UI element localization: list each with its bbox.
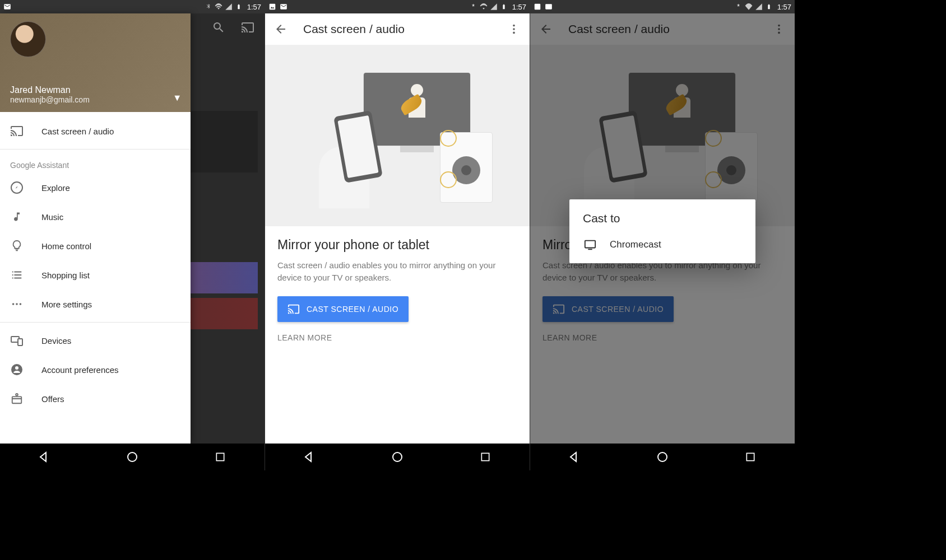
drawer-item-home-control[interactable]: Home control <box>0 231 191 260</box>
offers-icon <box>10 392 24 405</box>
drawer-section-header: Google Assistant <box>0 153 191 173</box>
dialog-title: Cast to <box>569 212 755 233</box>
recents-button[interactable] <box>743 449 758 465</box>
svg-point-13 <box>513 28 515 30</box>
bulb-icon <box>10 239 24 253</box>
svg-point-12 <box>513 25 515 27</box>
svg-rect-10 <box>217 453 224 460</box>
status-bar: * 1:57 <box>530 0 795 13</box>
more-horiz-icon <box>10 297 24 311</box>
svg-point-14 <box>513 32 515 34</box>
back-arrow-icon[interactable] <box>274 22 287 36</box>
cast-icon <box>10 124 24 138</box>
bluetooth-icon <box>205 3 212 11</box>
user-email: newmanjb@gmail.com <box>10 95 180 104</box>
list-icon <box>10 268 24 282</box>
cast-target-label: Chromecast <box>610 239 661 250</box>
cast-target-item[interactable]: Chromecast <box>569 233 755 256</box>
illustration <box>265 45 530 226</box>
user-name: Jared Newman <box>10 85 180 95</box>
drawer-header[interactable]: Jared Newman newmanjb@gmail.com ▼ <box>0 13 191 112</box>
drawer-item-label: Cast screen / audio <box>41 127 114 136</box>
cast-button-label: CAST SCREEN / AUDIO <box>307 305 398 314</box>
cast-to-dialog: Cast to Chromecast <box>569 199 755 263</box>
home-button[interactable] <box>124 449 140 465</box>
drawer-item-shopping-list[interactable]: Shopping list <box>0 260 191 290</box>
page-heading: Mirror your phone or tablet <box>277 237 517 253</box>
drawer-item-explore[interactable]: Explore <box>0 173 191 202</box>
drawer-item-label: Devices <box>41 336 71 346</box>
drawer-item-label: Shopping list <box>41 270 90 280</box>
page-description: Cast screen / audio enables you to mirro… <box>277 259 517 284</box>
learn-more-link[interactable]: LEARN MORE <box>277 333 517 342</box>
overflow-menu-icon[interactable] <box>507 22 521 36</box>
svg-rect-23 <box>747 453 754 460</box>
drawer-item-account[interactable]: Account preferences <box>0 355 191 384</box>
signal-icon <box>225 3 233 11</box>
signal-icon <box>755 3 763 11</box>
svg-point-7 <box>15 366 18 370</box>
drawer-item-more-settings[interactable]: More settings <box>0 290 191 319</box>
home-button[interactable] <box>655 449 670 465</box>
bluetooth-icon: * <box>470 3 477 11</box>
status-bar: * 1:57 <box>265 0 530 13</box>
svg-point-1 <box>12 303 15 305</box>
drawer-item-label: Offers <box>41 394 64 404</box>
clock: 1:57 <box>512 3 526 11</box>
screen-2: * 1:57 Cast screen / audio Mirror your p… <box>265 0 530 470</box>
cast-icon[interactable] <box>241 21 254 34</box>
drawer-item-label: Explore <box>41 183 70 193</box>
back-button[interactable] <box>567 449 582 465</box>
drawer-item-cast[interactable]: Cast screen / audio <box>0 116 191 146</box>
wifi-icon <box>480 3 488 11</box>
gmail-icon <box>545 3 553 11</box>
svg-point-22 <box>658 452 667 461</box>
image-icon <box>268 3 276 11</box>
screen-1: 1:57 DISCOVER OPEN APP Game of Thro 4 Pr… <box>0 0 265 470</box>
screen-3: * 1:57 Cast screen / audio Mirror your p… <box>530 0 795 470</box>
clock: 1:57 <box>777 3 791 11</box>
signal-icon <box>490 3 498 11</box>
gmail-icon <box>3 3 11 11</box>
svg-point-9 <box>128 452 137 461</box>
cast-icon <box>287 303 300 315</box>
divider <box>0 149 191 150</box>
drawer-item-devices[interactable]: Devices <box>0 326 191 355</box>
devices-icon <box>10 334 24 347</box>
system-nav-bar <box>0 444 265 470</box>
svg-point-15 <box>393 452 402 461</box>
drawer-item-offers[interactable]: Offers <box>0 384 191 413</box>
tv-icon <box>583 239 597 251</box>
status-bar: 1:57 <box>0 0 265 13</box>
cast-button[interactable]: CAST SCREEN / AUDIO <box>277 296 409 322</box>
drawer-item-music[interactable]: Music <box>0 202 191 231</box>
back-button[interactable] <box>36 449 52 465</box>
drawer-item-label: Home control <box>41 241 91 251</box>
wifi-icon <box>745 3 753 11</box>
avatar[interactable] <box>10 21 46 57</box>
svg-rect-17 <box>535 4 541 10</box>
search-icon[interactable] <box>212 21 225 34</box>
account-icon <box>10 363 24 376</box>
svg-point-3 <box>20 303 22 305</box>
nav-drawer: Jared Newman newmanjb@gmail.com ▼ Cast s… <box>0 13 191 444</box>
recents-button[interactable] <box>477 449 493 465</box>
chevron-down-icon[interactable]: ▼ <box>173 93 182 103</box>
drawer-item-label: Music <box>41 212 63 222</box>
drawer-item-label: More settings <box>41 300 92 309</box>
svg-rect-5 <box>18 339 22 346</box>
recents-button[interactable] <box>212 449 228 465</box>
compass-icon <box>10 181 24 194</box>
back-button[interactable] <box>302 449 317 465</box>
home-button[interactable] <box>389 449 405 465</box>
svg-point-2 <box>16 303 18 305</box>
app-bar: Cast screen / audio <box>265 13 530 45</box>
system-nav-bar <box>265 444 530 470</box>
battery-icon <box>500 3 508 11</box>
image-icon <box>534 3 541 11</box>
clock: 1:57 <box>247 3 261 11</box>
bluetooth-icon: * <box>735 3 743 11</box>
gmail-icon <box>280 3 287 11</box>
battery-icon <box>765 3 773 11</box>
svg-rect-8 <box>12 396 22 403</box>
